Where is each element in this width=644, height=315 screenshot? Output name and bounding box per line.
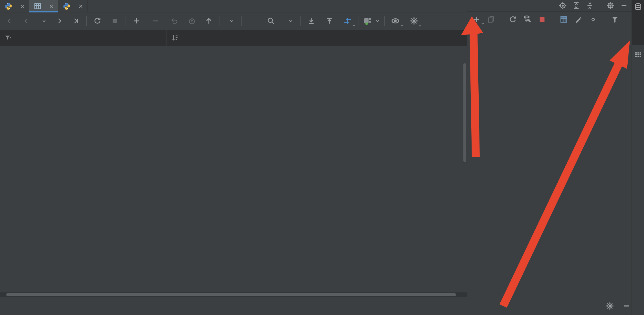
python-file-icon	[5, 2, 12, 10]
toolbar-separator	[86, 16, 87, 26]
revert-icon[interactable]	[185, 14, 199, 28]
add-row-button[interactable]	[129, 14, 144, 28]
database-stack-icon	[634, 3, 642, 11]
order-by-field[interactable]	[167, 30, 188, 46]
chevron-down-icon	[352, 25, 355, 27]
add-datasource-button[interactable]	[469, 13, 484, 26]
next-page-button[interactable]	[52, 14, 67, 28]
chevron-down-icon	[376, 20, 380, 22]
vertical-scrollbar-thumb[interactable]	[463, 63, 466, 162]
toolbar-separator	[384, 16, 385, 26]
header-separator	[600, 1, 600, 11]
ddl-button[interactable]	[245, 14, 260, 28]
toolbar-separator	[502, 14, 502, 25]
data-editor-settings-gear-icon[interactable]	[606, 302, 614, 310]
previous-page-button[interactable]	[19, 14, 34, 28]
table-with-status-icon	[363, 17, 372, 25]
duplicate-icon[interactable]	[484, 13, 498, 26]
tab-main-py[interactable]: ×	[0, 0, 29, 12]
filter-funnel-icon[interactable]	[608, 13, 622, 26]
undo-icon[interactable]	[167, 14, 182, 28]
database-panel-header	[467, 0, 632, 12]
toolbar-separator	[604, 14, 604, 25]
export-format-dropdown[interactable]	[282, 14, 297, 28]
hide-icon[interactable]	[622, 302, 630, 310]
filter-sort-bar	[0, 30, 467, 46]
view-options-eye-icon[interactable]	[388, 14, 403, 28]
compare-data-icon[interactable]	[340, 14, 355, 28]
chevron-down-icon	[419, 25, 422, 27]
submit-button[interactable]	[201, 14, 216, 28]
export-data-icon[interactable]	[304, 14, 319, 28]
edit-pencil-icon[interactable]	[571, 13, 586, 26]
reload-data-button[interactable]	[90, 14, 105, 28]
settings-gear-icon[interactable]	[407, 14, 421, 28]
toolbar-separator	[126, 16, 126, 26]
python-file-icon	[63, 2, 71, 10]
table-selector-dropdown[interactable]	[362, 14, 381, 28]
stripe-tab-database[interactable]	[632, 0, 644, 45]
first-page-button[interactable]	[2, 14, 17, 28]
database-tool-window	[467, 0, 632, 315]
where-filter-field[interactable]	[0, 30, 167, 46]
right-tool-window-stripe	[632, 0, 644, 315]
jump-to-console-button[interactable]	[586, 13, 601, 26]
chevron-down-icon	[42, 20, 46, 22]
locate-object-icon[interactable]	[559, 2, 567, 10]
sciview-grid-icon	[634, 51, 642, 59]
delete-row-button[interactable]	[148, 14, 163, 28]
editor-tab-bar: × × ×	[0, 0, 467, 12]
close-icon[interactable]: ×	[78, 3, 83, 10]
table-file-icon	[34, 3, 41, 10]
search-icon[interactable]	[264, 14, 278, 28]
datasource-properties-icon[interactable]	[520, 13, 535, 26]
view-data-icon[interactable]	[557, 13, 571, 26]
last-page-button[interactable]	[68, 14, 83, 28]
toolbar-separator	[358, 16, 358, 26]
collapse-all-icon[interactable]	[586, 2, 594, 10]
sort-order-icon	[171, 34, 179, 41]
sync-refresh-icon[interactable]	[505, 13, 520, 26]
close-icon[interactable]: ×	[20, 3, 25, 10]
chevron-down-icon	[400, 25, 403, 27]
panel-settings-gear-icon[interactable]	[606, 2, 614, 10]
chevron-down-icon	[289, 20, 293, 22]
import-data-icon[interactable]	[322, 14, 337, 28]
toolbar-separator	[300, 16, 301, 26]
toolbar-separator	[241, 16, 242, 26]
stop-query-button[interactable]	[108, 14, 122, 28]
horizontal-scrollbar-track[interactable]	[0, 292, 467, 297]
hide-panel-icon[interactable]	[620, 2, 628, 10]
tab-movie250[interactable]: ×	[29, 0, 58, 12]
database-panel-toolbar	[467, 12, 632, 27]
stripe-tab-sciview[interactable]	[632, 49, 644, 96]
tab-test-py[interactable]: ×	[58, 0, 87, 12]
toolbar-separator	[553, 14, 553, 25]
page-size-dropdown[interactable]	[36, 14, 50, 28]
stop-red-icon[interactable]	[535, 13, 549, 26]
expand-all-icon[interactable]	[572, 2, 580, 10]
editor-area: × × ×	[0, 0, 467, 315]
toolbar-separator	[220, 16, 220, 26]
close-icon[interactable]: ×	[49, 3, 53, 10]
bottom-bar	[0, 297, 632, 315]
horizontal-scrollbar-thumb[interactable]	[6, 293, 456, 296]
data-editor-toolbar	[0, 12, 469, 30]
filter-funnel-icon	[5, 34, 11, 41]
transaction-mode-dropdown[interactable]	[223, 14, 238, 28]
chevron-down-icon	[230, 20, 234, 22]
